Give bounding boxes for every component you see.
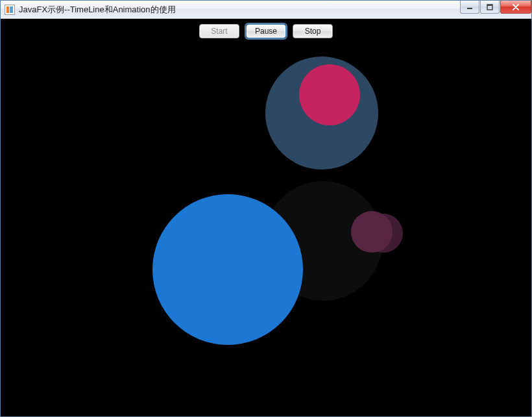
svg-rect-0 [467, 8, 472, 9]
animation-toolbar: Start Pause Stop [1, 24, 531, 38]
purple-circle-b [364, 214, 403, 253]
client-area: Start Pause Stop [1, 19, 531, 416]
minimize-button[interactable] [460, 1, 479, 14]
pause-button[interactable]: Pause [246, 24, 286, 38]
maximize-icon [487, 4, 493, 10]
application-window: JavaFX示例--TimeLine和Animation的使用 [0, 0, 532, 417]
close-icon [512, 4, 520, 10]
start-button: Start [199, 24, 239, 38]
close-button[interactable] [500, 1, 531, 14]
stop-button[interactable]: Stop [293, 24, 333, 38]
svg-rect-2 [487, 5, 492, 6]
minimize-icon [466, 4, 473, 10]
blue-circle [152, 194, 303, 345]
maximize-button[interactable] [480, 1, 500, 14]
pink-circle [299, 64, 360, 125]
window-controls [459, 1, 531, 14]
app-icon [5, 5, 15, 15]
title-bar[interactable]: JavaFX示例--TimeLine和Animation的使用 [1, 1, 531, 19]
window-title: JavaFX示例--TimeLine和Animation的使用 [19, 4, 176, 16]
